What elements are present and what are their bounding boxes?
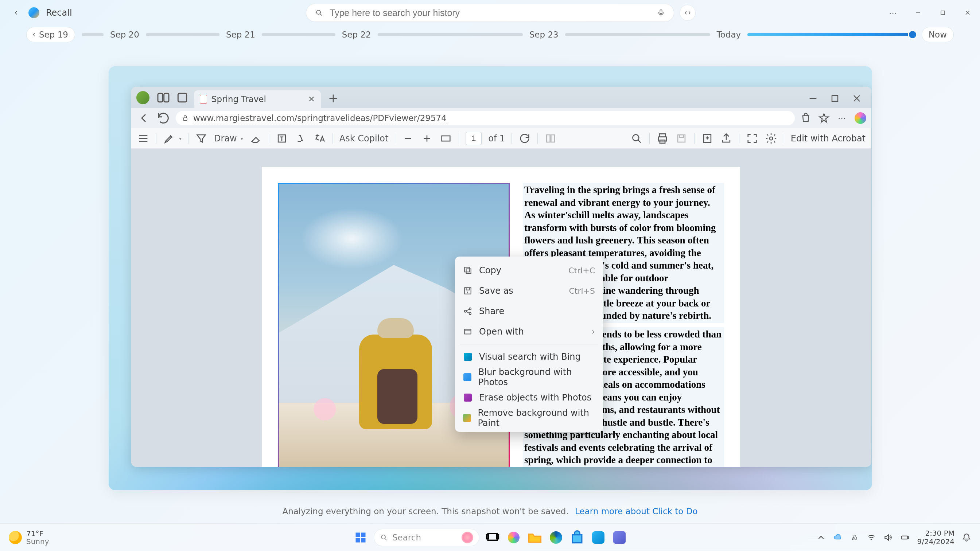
tray-expand-icon[interactable] [816,533,826,542]
browser-close-button[interactable] [851,92,862,104]
notifications-icon[interactable] [962,533,971,542]
page-view-icon[interactable] [544,132,557,144]
language-icon[interactable]: あ [850,533,859,542]
search-icon [380,534,388,541]
copilot-icon[interactable] [854,112,866,124]
ctx-share[interactable]: Share [455,301,603,321]
timeline-date: Sep 22 [342,30,371,40]
maximize-button[interactable] [937,7,949,19]
fullscreen-icon[interactable] [746,132,758,144]
svg-rect-29 [361,538,366,542]
history-search-input[interactable] [329,8,651,18]
shopping-icon[interactable] [800,112,811,124]
ctx-visual-search-bing[interactable]: Visual search with Bing [455,346,603,367]
add-note-icon[interactable] [701,132,713,144]
zoom-out-icon[interactable] [402,132,414,144]
onedrive-icon[interactable] [833,533,843,542]
share-icon[interactable] [720,132,732,144]
ctx-copy[interactable]: Copy Ctrl+C [455,260,603,281]
close-button[interactable] [962,7,974,19]
volume-icon[interactable] [883,533,893,542]
browser-back-button[interactable] [136,111,151,125]
zoom-in-icon[interactable] [421,132,433,144]
rotate-icon[interactable] [519,132,531,144]
fit-width-icon[interactable] [440,132,452,144]
find-icon[interactable] [630,132,643,144]
chevron-down-icon[interactable]: ▾ [179,135,181,141]
timeline-segment[interactable] [378,33,523,36]
ask-copilot-button[interactable]: Ask Copilot [339,133,389,144]
tab-spring-travel[interactable]: Spring Travel ✕ [194,91,321,108]
page-number-input[interactable] [466,132,482,145]
highlight-icon[interactable] [163,132,175,144]
ctx-save-as[interactable]: Save as Ctrl+S [455,281,603,301]
svg-rect-2 [941,11,945,14]
ctx-erase-objects[interactable]: Erase objects with Photos [455,387,603,408]
draw-button[interactable]: Draw ▾ [214,133,243,144]
store-icon[interactable] [569,529,585,546]
settings-icon[interactable] [765,132,777,144]
new-tab-button[interactable] [327,92,340,105]
filter-icon[interactable] [195,132,207,144]
timeline[interactable]: Sep 19 Sep 20 Sep 21 Sep 22 Sep 23 Today… [0,25,980,44]
photos-erase-icon [464,394,472,402]
url-field[interactable]: www.margiestravel.com/springtravelideas/… [176,111,795,125]
timeline-segment[interactable] [565,33,710,36]
expand-search-button[interactable] [679,5,695,21]
back-button[interactable] [10,7,22,19]
ctx-label: Share [479,306,504,316]
svg-rect-11 [551,135,555,142]
timeline-segment[interactable] [82,33,103,36]
ctx-remove-background[interactable]: Remove background with Paint [455,408,603,428]
browser-refresh-button[interactable] [156,111,170,125]
profile-avatar[interactable] [136,91,150,104]
browser-maximize-button[interactable] [829,92,841,104]
browser-more-icon[interactable]: ⋯ [836,112,848,124]
ctx-label: Open with [479,327,524,337]
learn-more-link[interactable]: Learn more about Click to Do [575,507,697,516]
contents-icon[interactable] [137,132,150,144]
favorite-icon[interactable] [818,112,830,124]
mic-icon[interactable] [657,9,665,17]
read-aloud-icon[interactable] [294,132,307,144]
battery-icon[interactable] [900,533,910,542]
history-search[interactable] [306,4,674,22]
text-icon[interactable] [275,132,288,144]
teams-icon[interactable] [611,529,627,546]
taskbar-search-placeholder: Search [392,533,421,542]
taskbar-search[interactable]: Search [374,529,479,546]
timeline-today-bar[interactable] [748,33,915,36]
wifi-icon[interactable] [867,533,876,542]
ctx-label: Blur background with Photos [478,367,595,387]
timeline-date: Sep 21 [226,30,255,40]
print-icon[interactable] [656,132,669,144]
edit-with-acrobat-button[interactable]: Edit with Acrobat [791,133,865,144]
workspaces-icon[interactable] [156,91,170,105]
tab-strip: Spring Travel ✕ [131,87,871,108]
svg-rect-5 [178,93,186,102]
minimize-button[interactable] [912,7,924,19]
weather-widget[interactable]: 71°F Sunny [9,529,49,546]
file-explorer-icon[interactable] [527,529,543,546]
tab-close-icon[interactable]: ✕ [308,94,315,104]
start-button[interactable] [353,529,369,546]
ctx-open-with[interactable]: Open with › [455,321,603,342]
tab-actions-icon[interactable] [175,91,189,105]
edge-icon[interactable] [548,529,564,546]
ctx-label: Copy [479,265,501,275]
person-illustration [352,318,439,457]
save-icon[interactable] [675,132,687,144]
taskbar-clock[interactable]: 2:30 PM 9/24/2024 [917,529,955,546]
browser-minimize-button[interactable] [807,92,819,104]
timeline-segment[interactable] [146,33,220,36]
chat-icon[interactable] [590,529,606,546]
timeline-segment[interactable] [262,33,336,36]
timeline-now-pill[interactable]: Now [922,27,954,42]
task-view-button[interactable] [485,529,501,546]
more-icon[interactable]: ⋯ [888,7,899,19]
ctx-blur-background[interactable]: Blur background with Photos [455,367,603,387]
erase-icon[interactable] [250,132,262,144]
translate-icon[interactable] [313,132,326,144]
copilot-taskbar-icon[interactable] [506,529,522,546]
timeline-start-date-pill[interactable]: Sep 19 [26,27,75,42]
